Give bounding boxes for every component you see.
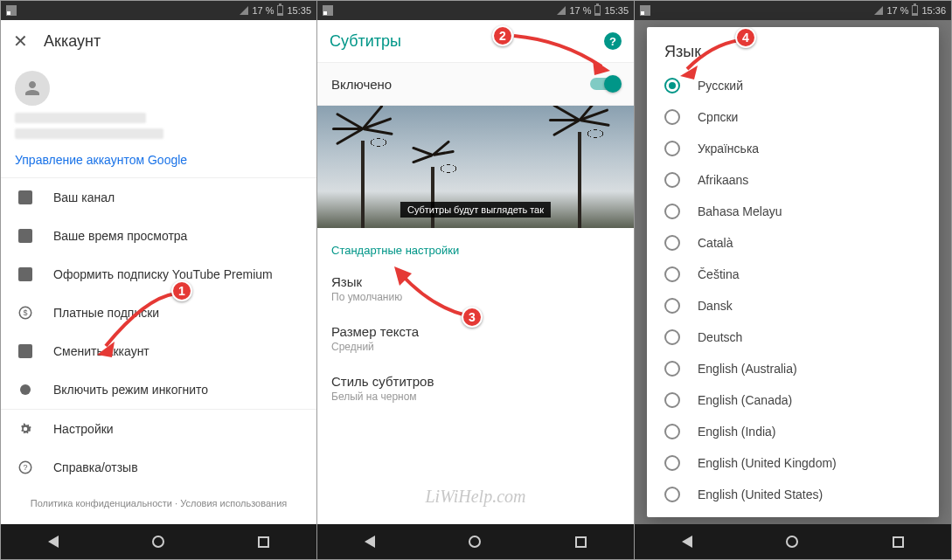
language-label: English (United States): [698, 487, 823, 501]
manage-account-link[interactable]: Управление аккаунтом Google: [1, 149, 316, 177]
signal-icon: [240, 6, 248, 15]
radio-icon: [664, 298, 680, 314]
menu-settings[interactable]: Настройки: [1, 410, 316, 448]
avatar[interactable]: [15, 71, 50, 106]
notification-icon: [640, 5, 650, 16]
battery-percent: 17 %: [569, 5, 591, 16]
radio-icon: [664, 455, 680, 471]
radio-icon: [664, 172, 680, 188]
arrow-1: [93, 289, 180, 359]
language-option[interactable]: English (United States): [647, 479, 939, 510]
screen-account: 17 % 15:35 ✕ Аккаунт Управление аккаунто…: [0, 0, 317, 560]
radio-icon: [664, 204, 680, 219]
signal-icon: [557, 6, 566, 15]
language-option[interactable]: Čeština: [647, 259, 939, 290]
nav-bar: [635, 524, 951, 559]
language-label: English (India): [698, 425, 776, 439]
svg-marker-6: [593, 59, 610, 75]
screen-captions: 17 % 15:35 Субтитры ? Включено Субтитры …: [317, 0, 635, 560]
notification-icon: [323, 5, 333, 16]
language-option[interactable]: Català: [647, 227, 939, 259]
svg-point-2: [20, 384, 31, 395]
language-label: English (Australia): [698, 362, 797, 376]
battery-icon: [912, 5, 918, 16]
language-label: Afrikaans: [698, 173, 748, 187]
caption-preview: Субтитры будут выглядеть так: [317, 106, 634, 228]
nav-bar: [317, 524, 634, 559]
language-option[interactable]: Bahasa Melayu: [647, 196, 939, 227]
language-label: Català: [698, 236, 733, 250]
home-button[interactable]: [152, 536, 164, 548]
incognito-icon: [15, 382, 36, 398]
recents-button[interactable]: [258, 536, 269, 548]
close-icon[interactable]: ✕: [13, 31, 28, 52]
user-email-blurred: [15, 128, 163, 139]
status-bar: 17 % 15:35: [317, 1, 634, 20]
recents-button[interactable]: [893, 536, 904, 548]
battery-percent: 17 %: [886, 5, 908, 16]
language-option[interactable]: Afrikaans: [647, 164, 939, 196]
clock: 15:35: [604, 5, 629, 16]
arrow-2: [510, 31, 615, 75]
radio-icon: [664, 329, 680, 345]
notification-icon: [6, 5, 17, 16]
home-button[interactable]: [786, 536, 798, 548]
person-box-icon: [15, 190, 36, 204]
language-label: English (Canada): [698, 393, 792, 407]
menu-help[interactable]: ?Справка/отзыв: [1, 448, 316, 487]
battery-icon: [277, 5, 283, 16]
profile-block: [1, 62, 316, 149]
svg-text:?: ?: [23, 463, 27, 472]
menu-premium[interactable]: Оформить подписку YouTube Premium: [1, 255, 316, 294]
recents-button[interactable]: [575, 536, 587, 548]
toggle-label: Включено: [331, 77, 590, 92]
language-dialog: Язык РусскийСрпскиУкраїнськаAfrikaansBah…: [647, 27, 939, 517]
language-option[interactable]: Українська: [647, 133, 939, 164]
radio-icon: [664, 266, 680, 282]
toggle-switch[interactable]: [590, 78, 620, 90]
language-label: Dansk: [698, 299, 733, 313]
caption-sample: Субтитры будут выглядеть так: [400, 202, 551, 218]
back-button[interactable]: [48, 536, 59, 548]
radio-icon: [664, 392, 680, 408]
dollar-icon: $: [15, 305, 36, 321]
setting-language[interactable]: Язык По умолчанию: [317, 264, 634, 314]
language-option[interactable]: Deutsch: [647, 321, 939, 353]
user-name-blurred: [15, 113, 146, 123]
clock: 15:35: [287, 5, 311, 16]
language-option[interactable]: Español (España): [647, 510, 939, 517]
language-label: Bahasa Melayu: [698, 204, 782, 218]
clock: 15:36: [921, 5, 946, 16]
status-bar: 17 % 15:35: [1, 1, 316, 20]
language-option[interactable]: English (India): [647, 416, 939, 447]
menu-incognito[interactable]: Включить режим инкогнито: [1, 370, 316, 409]
language-label: Српски: [698, 110, 738, 124]
language-option[interactable]: English (Canada): [647, 384, 939, 416]
watermark: LiWiHelp.com: [426, 487, 526, 507]
language-option[interactable]: Dansk: [647, 290, 939, 321]
setting-caption-style[interactable]: Стиль субтитров Белый на черном: [317, 363, 634, 413]
youtube-icon: [15, 267, 36, 281]
back-button[interactable]: [365, 536, 375, 548]
badge-3: 3: [462, 307, 483, 328]
footer-links[interactable]: Политика конфиденциальности · Условия ис…: [1, 491, 316, 515]
language-option[interactable]: English (Australia): [647, 353, 939, 384]
radio-icon: [664, 361, 680, 377]
radio-icon: [664, 78, 680, 93]
menu-your-channel[interactable]: Ваш канал: [1, 178, 316, 217]
battery-percent: 17 %: [252, 5, 274, 16]
help-icon: ?: [15, 460, 36, 475]
badge-4: 4: [735, 27, 756, 48]
language-option[interactable]: English (United Kingdom): [647, 447, 939, 479]
nav-bar: [1, 524, 316, 559]
radio-icon: [664, 109, 680, 125]
language-label: Deutsch: [698, 330, 742, 344]
back-button[interactable]: [682, 536, 692, 548]
home-button[interactable]: [469, 536, 481, 548]
screen-language: 17 % 15:36 Язык РусскийСрпскиУкраїнськаA…: [635, 0, 952, 560]
page-title: Аккаунт: [44, 32, 304, 51]
language-option[interactable]: Српски: [647, 101, 939, 133]
section-title: Стандартные настройки: [317, 228, 634, 264]
chart-icon: [15, 229, 36, 243]
menu-watch-time[interactable]: Ваше время просмотра: [1, 217, 316, 255]
